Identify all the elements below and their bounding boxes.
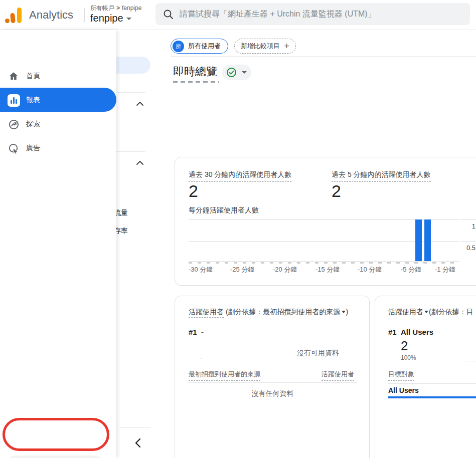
- add-comparison-label: 新增比較項目: [241, 42, 280, 51]
- x-axis-tick-label: -5 分鐘: [401, 265, 421, 274]
- card-title: 活躍使用者(劃分依據：目: [388, 308, 473, 317]
- breadcrumb-account[interactable]: 所有帳戶: [90, 5, 114, 12]
- search-bar[interactable]: [155, 3, 470, 25]
- chart-baseline: [189, 261, 459, 262]
- audience-bar: [388, 396, 476, 398]
- header-divider: [84, 8, 85, 22]
- nav-section-divider: [116, 151, 145, 152]
- sidebar-item-label: 報表: [26, 88, 40, 112]
- users-by-audience-card: 活躍使用者(劃分依據：目 #1 All Users 2 100% 目標對象 Al…: [375, 296, 476, 458]
- nav-bottom-divider: [119, 427, 150, 428]
- main-nav-sidebar: 首頁 報表 探索 廣告 ⚙ 管理: [0, 30, 116, 458]
- page-title: 即時總覽: [173, 64, 217, 79]
- chart-minute-ticks: [189, 262, 459, 264]
- collapse-nav-icon[interactable]: [134, 438, 141, 450]
- sidebar-item-label: 首頁: [26, 64, 40, 88]
- ylabel-gridline-segment: [460, 241, 476, 242]
- sidebar-item-home[interactable]: 首頁: [0, 64, 116, 88]
- page-title-dashed-underline: [173, 81, 219, 83]
- audience-row-name: All Users: [388, 386, 419, 394]
- sidebar-item-label: 廣告: [26, 136, 40, 160]
- reports-icon: [7, 94, 20, 107]
- qualifier-close: ): [346, 308, 349, 316]
- property-selector[interactable]: fenpipe: [90, 13, 131, 24]
- selected-report-pill-fragment[interactable]: [115, 57, 150, 74]
- chevron-down-icon: [242, 71, 247, 74]
- rank-number: #1: [189, 328, 197, 336]
- metric-column-header[interactable]: 活躍使用者: [322, 370, 354, 381]
- x-axis-tick-label: -25 分鐘: [230, 265, 254, 274]
- toolbar-divider: [171, 56, 476, 57]
- no-data-available-message: 沒有可用資料: [265, 349, 371, 358]
- card-title: 活躍使用者 (劃分依據：最初招攬到使用者的來源): [189, 308, 348, 317]
- audience-filter-chip[interactable]: 所 所有使用者: [171, 39, 228, 54]
- no-data-message: 沒有任何資料: [189, 389, 357, 398]
- metric-selector[interactable]: 活躍使用者: [388, 308, 423, 316]
- check-circle-icon: [226, 67, 237, 78]
- ylabel-gridline-segment: [460, 219, 476, 220]
- rank-name: All Users: [401, 328, 433, 336]
- sidebar-item-label: 探索: [26, 112, 40, 136]
- x-axis-tick-label: -10 分鐘: [358, 265, 382, 274]
- chevron-down-icon: [424, 311, 428, 313]
- users-last-30min-label[interactable]: 過去 30 分鐘內的活躍使用者人數: [189, 170, 291, 182]
- bar-row-label: -: [200, 354, 202, 361]
- brand-name: Analytics: [29, 0, 73, 30]
- top-rank-row: #1 All Users: [388, 328, 433, 336]
- sidebar-item-reports[interactable]: 報表: [0, 88, 116, 112]
- audience-chip-label: 所有使用者: [188, 42, 221, 51]
- realtime-users-card: 過去 30 分鐘內的活躍使用者人數 2 過去 5 分鐘內的活躍使用者人數 2 每…: [175, 157, 476, 286]
- sidebar-item-admin[interactable]: ⚙ 管理: [0, 455, 116, 458]
- dimension-column-header[interactable]: 目標對象: [388, 370, 414, 381]
- table-divider: [388, 383, 476, 384]
- nav-section-divider: [116, 92, 145, 93]
- x-axis-tick-label: -15 分鐘: [315, 265, 340, 274]
- sidebar-item-advertising[interactable]: 廣告: [0, 136, 116, 160]
- sidebar-item-label: 管理: [27, 455, 41, 458]
- sidebar-item-explore[interactable]: 探索: [0, 112, 116, 136]
- chart-bar: [424, 219, 431, 261]
- audience-chip-badge: 所: [173, 41, 184, 52]
- ads-icon: [7, 142, 20, 155]
- users-by-source-card: 活躍使用者 (劃分依據：最初招攬到使用者的來源) #1 - - 沒有可用資料 最…: [175, 296, 370, 458]
- x-axis-labels: -30 分鐘-25 分鐘-20 分鐘-15 分鐘-10 分鐘-5 分鐘-1 分鐘: [189, 265, 469, 273]
- cut-dashed-underline-fragment: [462, 361, 476, 361]
- users-per-minute-label: 每分鐘活躍使用者人數: [189, 206, 259, 215]
- breakdown-qualifier[interactable]: (劃分依據：目: [429, 308, 473, 316]
- chevron-down-icon: [342, 311, 346, 313]
- metric-selector[interactable]: 活躍使用者: [189, 308, 224, 318]
- search-icon: [163, 9, 174, 20]
- users-last-5min-label[interactable]: 過去 5 分鐘內的活躍使用者人數: [332, 170, 431, 182]
- x-axis-tick-label: -1 分鐘: [435, 265, 455, 274]
- audience-user-count: 2: [401, 338, 408, 354]
- chart-bar: [415, 219, 422, 261]
- home-icon: [7, 70, 20, 83]
- add-comparison-chip[interactable]: 新增比較項目 +: [234, 39, 296, 54]
- table-divider: [189, 382, 357, 383]
- breadcrumb-separator: >: [116, 5, 120, 12]
- dimension-column-header[interactable]: 最初招攬到使用者的來源: [189, 370, 260, 381]
- section-collapse-up-icon[interactable]: [136, 158, 144, 167]
- top-rank-row: #1 -: [189, 328, 204, 336]
- property-name: fenpipe: [90, 13, 123, 24]
- analytics-logo-icon[interactable]: [5, 7, 24, 24]
- users-per-minute-chart: [189, 219, 459, 261]
- users-last-5min-value: 2: [332, 182, 341, 200]
- y-axis-label-1: 1: [445, 222, 475, 230]
- breadcrumb-property[interactable]: fenpipe: [122, 5, 141, 12]
- rank-value: -: [201, 328, 204, 336]
- breakdown-qualifier[interactable]: (劃分依據：最初招攬到使用者的來源: [224, 308, 341, 316]
- section-collapse-up-icon[interactable]: [136, 99, 144, 108]
- chevron-down-icon: [126, 18, 131, 20]
- breadcrumb: 所有帳戶>fenpipe: [90, 4, 141, 13]
- plus-icon: +: [284, 41, 289, 52]
- y-axis-label-0-5: 0.5: [445, 244, 475, 252]
- rank-number: #1: [388, 328, 397, 336]
- report-status-dropdown[interactable]: [222, 65, 251, 80]
- audience-percentage: 100%: [401, 354, 416, 361]
- app-header: Analytics 所有帳戶>fenpipe fenpipe: [0, 0, 476, 30]
- explore-icon: [7, 118, 20, 131]
- users-last-30min-value: 2: [189, 182, 198, 200]
- search-input[interactable]: [180, 3, 460, 25]
- x-axis-tick-label: -20 分鐘: [273, 265, 297, 274]
